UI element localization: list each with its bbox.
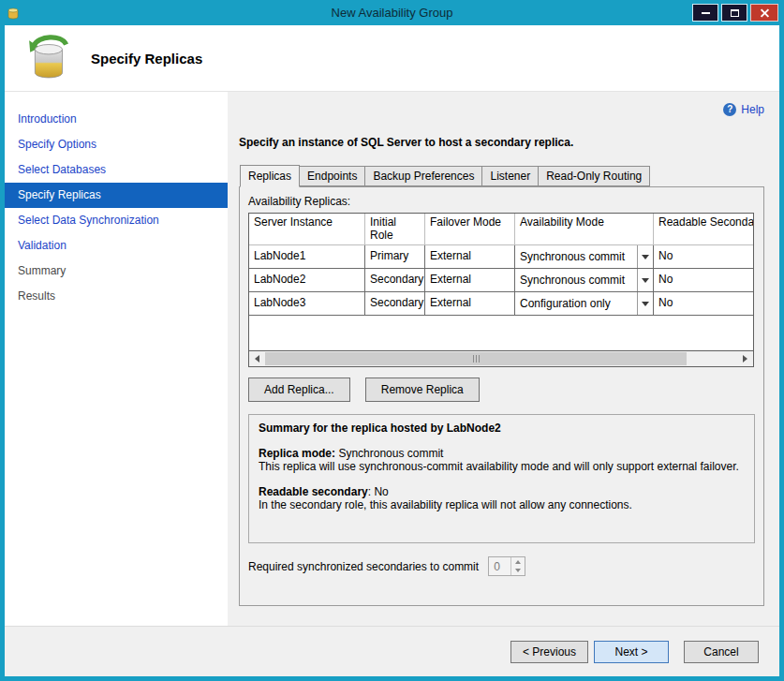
readable-secondary-line: Readable secondary: No: [259, 485, 745, 498]
wizard-header: Specify Replicas: [5, 25, 779, 92]
app-database-icon: [6, 5, 22, 22]
server-instance-cell: LabNode1: [249, 245, 365, 269]
server-instance-cell: LabNode2: [249, 269, 365, 292]
sidebar-item-select-data-synchronization[interactable]: Select Data Synchronization: [5, 208, 228, 233]
close-button[interactable]: [750, 4, 778, 22]
chevron-down-icon[interactable]: [637, 245, 653, 268]
required-secondaries-row: Required synchronized secondaries to com…: [248, 556, 755, 576]
cancel-button[interactable]: Cancel: [684, 641, 759, 663]
question-circle-icon: ?: [723, 103, 736, 116]
availability-mode-value: Synchronous commit: [515, 245, 637, 268]
readable-secondary-description: In the secondary role, this availability…: [259, 498, 745, 511]
wizard-footer: < Previous Next > Cancel: [5, 626, 779, 676]
grid-header-row: Server Instance Initial Role Failover Mo…: [249, 214, 753, 245]
availability-mode-select[interactable]: Configuration only: [515, 292, 654, 316]
new-availability-group-dialog: New Availability Group: [0, 0, 784, 681]
server-instance-cell: LabNode3: [249, 292, 365, 316]
tab-endpoints[interactable]: Endpoints: [299, 166, 365, 186]
minimize-icon: [702, 12, 710, 14]
availability-mode-value: Synchronous commit: [515, 269, 637, 291]
replica-actions: Add Replica... Remove Replica: [248, 378, 755, 402]
add-replica-button[interactable]: Add Replica...: [248, 378, 350, 402]
replica-mode-label: Replica mode:: [259, 447, 335, 460]
chevron-down-icon[interactable]: [637, 292, 653, 315]
replica-mode-description: This replica will use synchronous-commit…: [259, 460, 745, 473]
column-header-readable-secondary[interactable]: Readable Secondary: [654, 214, 753, 245]
help-label[interactable]: Help: [741, 103, 764, 116]
availability-replicas-label: Availability Replicas:: [248, 195, 755, 208]
wizard-database-arrow-icon: [27, 32, 72, 84]
readable-secondary-value: : No: [368, 485, 389, 498]
spinner-buttons: [510, 557, 525, 575]
required-secondaries-label: Required synchronized secondaries to com…: [248, 560, 479, 573]
required-secondaries-value[interactable]: 0: [489, 557, 510, 575]
availability-mode-value: Configuration only: [515, 292, 637, 315]
grid-empty-area: [249, 316, 753, 350]
readable-secondary-cell: No: [654, 292, 753, 316]
table-row-labnode2[interactable]: LabNode2 Secondary External Synchronous …: [249, 269, 753, 292]
horizontal-scrollbar[interactable]: [249, 350, 753, 366]
summary-title: Summary for the replica hosted by LabNod…: [259, 422, 745, 435]
failover-mode-cell: External: [425, 245, 515, 269]
window-title: New Availability Group: [0, 6, 784, 20]
column-header-initial-role[interactable]: Initial Role: [365, 214, 425, 245]
failover-mode-cell: External: [425, 269, 515, 292]
sidebar-item-select-databases[interactable]: Select Databases: [5, 157, 228, 183]
titlebar[interactable]: New Availability Group: [0, 0, 784, 25]
sidebar-item-summary: Summary: [5, 259, 228, 284]
tab-read-only-routing[interactable]: Read-Only Routing: [538, 166, 650, 186]
scrollbar-thumb[interactable]: [265, 352, 687, 365]
column-header-failover-mode[interactable]: Failover Mode: [425, 214, 515, 245]
spin-down-button[interactable]: [511, 567, 525, 576]
help-link[interactable]: ? Help: [239, 102, 764, 117]
main-panel: ? Help Specify an instance of SQL Server…: [228, 92, 779, 626]
initial-role-cell: Secondary: [365, 292, 425, 316]
sidebar-item-validation[interactable]: Validation: [5, 233, 228, 259]
minimize-button[interactable]: [692, 4, 718, 22]
initial-role-cell: Primary: [365, 245, 425, 269]
chevron-down-icon[interactable]: [637, 269, 653, 291]
availability-mode-select[interactable]: Synchronous commit: [515, 245, 654, 269]
failover-mode-cell: External: [425, 292, 515, 316]
table-row-labnode1[interactable]: LabNode1 Primary External Synchronous co…: [249, 245, 753, 269]
close-icon: [760, 7, 770, 18]
replica-tabs: Replicas Endpoints Backup Preferences Li…: [239, 165, 764, 186]
previous-button[interactable]: < Previous: [510, 641, 588, 663]
availability-replicas-grid: Server Instance Initial Role Failover Mo…: [248, 213, 754, 367]
tab-listener[interactable]: Listener: [481, 166, 539, 186]
replica-mode-line: Replica mode: Synchronous commit: [259, 447, 745, 460]
sidebar-item-introduction[interactable]: Introduction: [5, 107, 228, 132]
maximize-icon: [731, 9, 739, 17]
wizard-steps-sidebar: Introduction Specify Options Select Data…: [5, 92, 228, 626]
replica-summary-panel: Summary for the replica hosted by LabNod…: [248, 414, 755, 543]
spin-up-button[interactable]: [511, 557, 525, 567]
scroll-left-button[interactable]: [249, 351, 265, 366]
scroll-right-button[interactable]: [737, 351, 753, 366]
sidebar-item-specify-options[interactable]: Specify Options: [5, 132, 228, 157]
column-header-server-instance[interactable]: Server Instance: [249, 214, 365, 245]
sidebar-item-results: Results: [5, 284, 228, 309]
readable-secondary-label: Readable secondary: [259, 485, 368, 498]
sidebar-item-specify-replicas[interactable]: Specify Replicas: [5, 183, 228, 208]
next-button[interactable]: Next >: [594, 641, 669, 663]
maximize-button[interactable]: [721, 4, 747, 22]
readable-secondary-cell: No: [654, 269, 753, 292]
required-secondaries-input[interactable]: 0: [488, 556, 525, 576]
replica-mode-value: Synchronous commit: [338, 447, 443, 460]
replicas-tab-panel: Availability Replicas: Server Instance I…: [239, 186, 764, 606]
table-row-labnode3[interactable]: LabNode3 Secondary External Configuratio…: [249, 292, 753, 316]
column-header-availability-mode[interactable]: Availability Mode: [515, 214, 654, 245]
instruction-text: Specify an instance of SQL Server to hos…: [239, 136, 764, 149]
readable-secondary-cell: No: [654, 245, 753, 269]
availability-mode-select[interactable]: Synchronous commit: [515, 269, 654, 292]
remove-replica-button[interactable]: Remove Replica: [365, 378, 480, 402]
initial-role-cell: Secondary: [365, 269, 425, 292]
tab-replicas[interactable]: Replicas: [240, 165, 300, 187]
page-title: Specify Replicas: [91, 51, 202, 67]
tab-backup-preferences[interactable]: Backup Preferences: [364, 166, 482, 186]
